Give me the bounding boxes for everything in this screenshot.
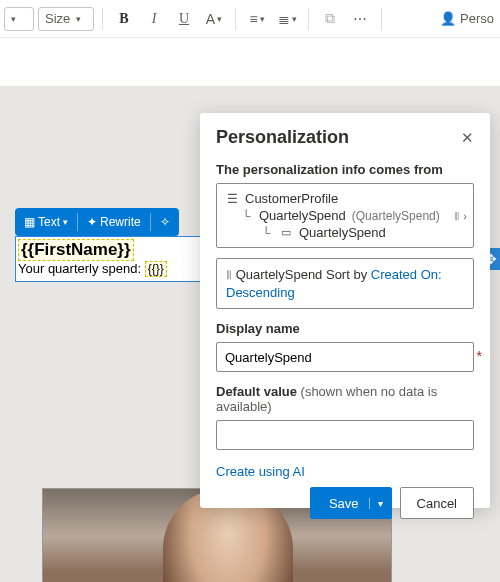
separator bbox=[235, 8, 236, 30]
chevron-down-icon: ▾ bbox=[63, 217, 68, 227]
close-icon[interactable]: ✕ bbox=[461, 129, 474, 147]
picker-root: CustomerProfile bbox=[245, 191, 338, 206]
save-button-label: Save bbox=[329, 496, 359, 511]
align-button[interactable]: ≡▾ bbox=[244, 6, 270, 32]
default-value-label-text: Default value bbox=[216, 384, 297, 399]
more-options-button[interactable]: ⋯ bbox=[347, 6, 373, 32]
rewrite-label: Rewrite bbox=[100, 215, 141, 229]
bold-button[interactable]: B bbox=[111, 6, 137, 32]
separator bbox=[381, 8, 382, 30]
font-size-label: Size bbox=[45, 11, 70, 26]
text-icon: ▦ bbox=[24, 215, 35, 229]
sort-entity: QuartelySpend bbox=[236, 267, 323, 282]
font-family-dropdown[interactable]: ▾ bbox=[4, 7, 34, 31]
chevron-right-icon: › bbox=[463, 210, 467, 222]
separator bbox=[150, 213, 151, 231]
font-size-dropdown[interactable]: Size ▾ bbox=[38, 7, 94, 31]
separator bbox=[77, 213, 78, 231]
source-label: The personalization info comes from bbox=[216, 162, 474, 177]
picker-leaf: QuartelySpend bbox=[299, 225, 386, 240]
sort-by-label: Sort by bbox=[322, 267, 370, 282]
person-icon: 👤 bbox=[440, 11, 456, 26]
personalization-toolbar-button[interactable]: 👤 Perso bbox=[438, 11, 496, 26]
profile-icon: ☰ bbox=[225, 192, 239, 206]
displayname-label: Display name bbox=[216, 321, 474, 336]
spend-line: Your quarterly spend: {{}} bbox=[18, 261, 167, 276]
tree-branch-icon: └ bbox=[239, 209, 253, 223]
personalization-toolbar-label: Perso bbox=[460, 11, 494, 26]
required-indicator: * bbox=[477, 348, 482, 364]
firstname-token[interactable]: {{FirstName}} bbox=[18, 239, 134, 261]
chevron-down-icon: ▾ bbox=[76, 14, 81, 24]
copilot-icon: ✧ bbox=[160, 215, 170, 229]
save-button[interactable]: Save ▾ bbox=[310, 487, 392, 519]
panel-title: Personalization bbox=[216, 127, 349, 148]
separator bbox=[308, 8, 309, 30]
picker-child: QuartelySpend bbox=[259, 208, 346, 223]
formatting-toolbar: ▾ Size ▾ B I U A▾ ≡▾ ≣▾ ⧉ ⋯ 👤 Perso bbox=[0, 0, 500, 38]
text-element-label: Text bbox=[38, 215, 60, 229]
selection-context-toolbar: ▦ Text ▾ ✦ Rewrite ✧ bbox=[15, 208, 179, 236]
link-button[interactable]: ⧉ bbox=[317, 6, 343, 32]
displayname-input[interactable] bbox=[216, 342, 474, 372]
field-icon: ▭ bbox=[279, 226, 293, 239]
sort-config-box[interactable]: ⫴ QuartelySpend Sort by Created On: Desc… bbox=[216, 258, 474, 309]
data-source-picker[interactable]: ☰ CustomerProfile └ QuartelySpend (Quart… bbox=[216, 183, 474, 248]
chevron-down-icon: ▾ bbox=[11, 14, 16, 24]
panel-footer: Save ▾ Cancel bbox=[216, 479, 474, 519]
italic-button[interactable]: I bbox=[141, 6, 167, 32]
spend-prefix: Your quarterly spend: bbox=[18, 261, 145, 276]
create-using-ai-link[interactable]: Create using AI bbox=[216, 464, 474, 479]
default-value-label: Default value (shown when no data is ava… bbox=[216, 384, 474, 414]
canvas-white-strip bbox=[0, 38, 500, 86]
separator bbox=[102, 8, 103, 30]
save-split-icon[interactable]: ▾ bbox=[369, 498, 383, 509]
underline-button[interactable]: U bbox=[171, 6, 197, 32]
copilot-button[interactable]: ✧ bbox=[157, 215, 173, 229]
filter-icon[interactable]: ⫴ bbox=[450, 209, 464, 223]
tree-branch-icon: └ bbox=[259, 226, 273, 240]
spend-token[interactable]: {{}} bbox=[145, 261, 167, 277]
font-color-button[interactable]: A▾ bbox=[201, 6, 227, 32]
filter-icon: ⫴ bbox=[226, 267, 232, 282]
list-button[interactable]: ≣▾ bbox=[274, 6, 300, 32]
picker-child-hint: (QuartelySpend) bbox=[352, 209, 440, 223]
sparkle-icon: ✦ bbox=[87, 215, 97, 229]
text-element-button[interactable]: ▦ Text ▾ bbox=[21, 215, 71, 229]
default-value-input[interactable] bbox=[216, 420, 474, 450]
personalization-panel: Personalization ✕ The personalization in… bbox=[200, 113, 490, 508]
cancel-button[interactable]: Cancel bbox=[400, 487, 474, 519]
rewrite-button[interactable]: ✦ Rewrite bbox=[84, 215, 144, 229]
